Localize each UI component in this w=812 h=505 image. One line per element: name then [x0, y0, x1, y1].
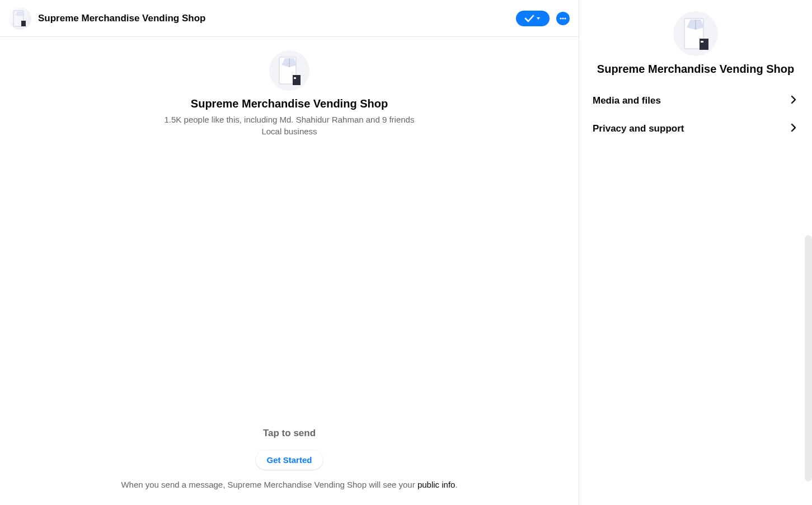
- spacer: [0, 136, 579, 428]
- svg-point-3: [562, 17, 564, 19]
- conversation-intro: Supreme Merchandise Vending Shop 1.5K pe…: [0, 37, 579, 136]
- disclosure-text-pre: When you send a message, Supreme Merchan…: [121, 480, 417, 489]
- more-horizontal-icon: [559, 15, 567, 22]
- intro-likes-line: 1.5K people like this, including Md. Sha…: [165, 115, 415, 124]
- details-avatar[interactable]: [673, 11, 718, 56]
- chat-header: Supreme Merchandise Vending Shop: [0, 0, 579, 37]
- chevron-right-icon: [788, 95, 799, 107]
- checkmark-dropdown-icon: [523, 14, 542, 23]
- chat-title[interactable]: Supreme Merchandise Vending Shop: [38, 13, 516, 24]
- panel-item-media-files[interactable]: Media and files: [579, 87, 812, 115]
- svg-rect-7: [293, 75, 301, 85]
- public-info-link[interactable]: public info: [417, 480, 456, 489]
- intro-category: Local business: [261, 127, 317, 136]
- tap-to-send-label: Tap to send: [263, 428, 316, 439]
- svg-rect-8: [294, 77, 296, 79]
- svg-point-2: [560, 17, 561, 19]
- intro-avatar[interactable]: [269, 50, 309, 91]
- panel-item-label: Privacy and support: [593, 123, 684, 134]
- svg-rect-12: [701, 41, 703, 43]
- conversation-body: Supreme Merchandise Vending Shop 1.5K pe…: [0, 37, 579, 505]
- header-actions: [516, 11, 570, 26]
- panel-item-label: Media and files: [593, 95, 661, 106]
- privacy-disclosure: When you send a message, Supreme Merchan…: [121, 480, 457, 489]
- details-panel: Supreme Merchandise Vending Shop Media a…: [579, 0, 812, 505]
- get-started-button[interactable]: Get Started: [256, 450, 323, 470]
- more-options-button[interactable]: [556, 12, 570, 25]
- vertical-scrollbar[interactable]: [805, 235, 812, 481]
- panel-item-privacy-support[interactable]: Privacy and support: [579, 115, 812, 143]
- chat-main-column: Supreme Merchandise Vending Shop: [0, 0, 579, 505]
- intro-business-name: Supreme Merchandise Vending Shop: [191, 97, 388, 110]
- quick-reply-block: Tap to send Get Started When you send a …: [0, 428, 579, 505]
- details-title: Supreme Merchandise Vending Shop: [579, 63, 812, 76]
- disclosure-text-post: .: [455, 480, 457, 489]
- svg-rect-1: [21, 21, 26, 26]
- header-avatar[interactable]: [9, 7, 31, 30]
- mark-read-button[interactable]: [516, 11, 550, 26]
- svg-point-4: [564, 17, 566, 19]
- svg-rect-11: [700, 39, 708, 50]
- chevron-right-icon: [788, 123, 799, 135]
